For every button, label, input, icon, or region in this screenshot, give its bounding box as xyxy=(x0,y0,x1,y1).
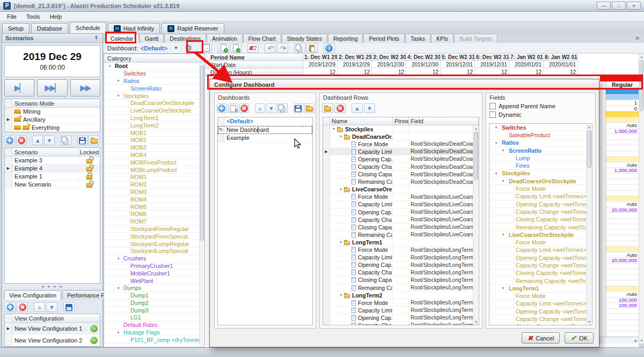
field-cell[interactable]: Root/Stockpiles/LongTerm1/Rem... xyxy=(409,285,479,291)
fields-tree-item[interactable]: Force Mode xyxy=(489,239,592,246)
regular-cell[interactable]: 100,000 xyxy=(606,298,639,303)
regular-cell[interactable]: 1 xyxy=(606,100,639,106)
fields-tree-item[interactable]: Capacity Change <wetTonnes> xyxy=(489,208,592,215)
category-tree-item[interactable]: MOB4 xyxy=(104,152,204,159)
category-tree-item[interactable]: ROM1 xyxy=(104,174,204,181)
category-tree-item[interactable]: ROM4 xyxy=(104,196,204,203)
regular-cell[interactable] xyxy=(606,241,639,247)
dashboard-row-item[interactable]: Closing Capa... Root/Stockpiles/LongTerm… xyxy=(323,277,479,284)
pinned-cell[interactable] xyxy=(393,224,409,230)
pinned-cell[interactable] xyxy=(393,284,409,291)
fields-tree-item[interactable]: Capacity Limit <wetTonnes> xyxy=(489,300,592,308)
copy-scenario-icon[interactable] xyxy=(61,136,71,145)
fields-tree-item[interactable]: Closing Capacity <wetTonnes> xyxy=(489,270,592,277)
maximize-button[interactable]: □ xyxy=(612,2,626,10)
fields-tree-item[interactable]: Capacity Limit <wetTonnes> xyxy=(489,247,592,254)
duration-cell[interactable]: 12 xyxy=(406,69,441,76)
dashboard-row[interactable]: Example xyxy=(218,134,312,143)
dashboard-row-item[interactable]: Remaining Ca... Root/Stockpiles/DeadCoar… xyxy=(323,178,479,186)
view-config-row[interactable]: New View Configuration 2 xyxy=(5,334,100,346)
fields-tree-item[interactable]: Force Mode xyxy=(489,185,592,192)
delete-view-icon[interactable] xyxy=(17,302,28,312)
pinned-cell[interactable] xyxy=(393,247,409,254)
view-config-column-header[interactable]: View Configuration xyxy=(12,315,64,322)
category-tree-item[interactable]: ROM5 xyxy=(104,203,204,211)
regular-cell[interactable]: Auto xyxy=(606,162,639,168)
category-tree-item[interactable]: MOB3 xyxy=(104,144,204,152)
category-tree-item[interactable]: ▾ Crushers xyxy=(104,255,204,263)
scenario-row[interactable]: Example 3 xyxy=(5,157,100,165)
dashboard-row-item[interactable]: Capacity Limit... Root/Stockpiles/LongTe… xyxy=(323,307,479,314)
delete-dashboard-icon[interactable] xyxy=(239,103,250,113)
dashboard-row-item[interactable]: Capacity Cha... Root/Stockpiles/DeadCoar… xyxy=(323,163,479,170)
start-date-cell[interactable]: 2019/12/30 xyxy=(372,61,406,68)
regular-cell[interactable]: 20,000,000 xyxy=(606,207,639,213)
pinned-cell[interactable] xyxy=(393,178,409,185)
main-tab[interactable]: R Rapid Reserver xyxy=(162,23,224,33)
dashboard-row-item[interactable]: Capacity Limit... Root/Stockpiles/LiveCo… xyxy=(323,201,479,209)
grid-horizontal-scrollbar[interactable]: ▶ xyxy=(599,337,639,344)
dashboard-row-item[interactable]: Opening Cap... Root/Stockpiles/DeadCoars… xyxy=(323,155,479,163)
dashboard-row-item[interactable]: ▾ DeadCoarseOr... xyxy=(323,133,479,140)
pinned-cell[interactable] xyxy=(393,133,409,140)
category-tree-item[interactable]: MOBFinesProduct xyxy=(104,159,204,166)
copy-dashboard-icon[interactable] xyxy=(277,103,288,113)
minimize-button[interactable]: — xyxy=(597,2,611,10)
eraser-icon[interactable] xyxy=(247,43,259,53)
category-tree-item[interactable]: LiveCoarseOreStockpile xyxy=(104,107,204,115)
dashboard-row-item[interactable]: Force Mode Root/Stockpiles/LongTerm2/For… xyxy=(323,299,479,307)
dashboard-select[interactable]: <Default> xyxy=(141,45,167,51)
move-up-icon[interactable] xyxy=(32,136,43,145)
info-dropdown-icon[interactable] xyxy=(324,43,335,53)
category-tree-item[interactable]: StockyardFinesRegular xyxy=(104,226,204,233)
fields-tree-item[interactable]: Capacity Change <wetTonnes> xyxy=(489,315,592,323)
save-grid-icon[interactable] xyxy=(63,302,75,312)
checkbox[interactable] xyxy=(489,103,496,109)
regular-cell[interactable] xyxy=(606,185,639,191)
duration-cell[interactable]: 12 xyxy=(338,69,372,76)
regular-cell[interactable] xyxy=(606,151,639,157)
schedule-tab[interactable]: Period Plots xyxy=(363,34,405,43)
dashboard-row-item[interactable]: Remaining Ca... Root/Stockpiles/LiveCoar… xyxy=(323,231,479,239)
regular-cell[interactable] xyxy=(606,95,639,101)
dashboard-row-item[interactable]: ▾ LiveCoarseOre... xyxy=(323,186,479,194)
main-tab[interactable]: Setup xyxy=(2,23,30,33)
category-tree-item[interactable]: StockyardFinesSpecial xyxy=(104,233,204,240)
duration-cell[interactable]: 12 xyxy=(441,69,475,76)
add-dashboard-icon[interactable] xyxy=(217,103,227,113)
locked-column-header[interactable]: Locked xyxy=(78,148,100,156)
regular-cell[interactable] xyxy=(606,111,639,117)
ok-button[interactable]: OK xyxy=(565,332,594,344)
fields-tree-item[interactable]: Opening Capacity <wetTonnes> xyxy=(489,200,592,208)
step-forward-button[interactable]: ▶▏ xyxy=(4,79,34,96)
schedule-tab[interactable]: Destinations xyxy=(164,34,206,43)
fields-tree-item[interactable]: ▾ Stockpiles xyxy=(489,170,592,177)
pinned-cell[interactable] xyxy=(393,254,409,261)
dashboard-row-item[interactable]: Closing Capa... Root/Stockpiles/LiveCoar… xyxy=(323,224,479,231)
pinned-cell[interactable] xyxy=(393,140,409,147)
duration-cell[interactable]: 12 xyxy=(509,69,544,76)
schedule-tab[interactable]: Flow Chart xyxy=(243,34,281,43)
undo-icon[interactable] xyxy=(265,43,276,53)
regular-cell[interactable] xyxy=(606,179,639,185)
start-date-cell[interactable]: 2020/01/01 xyxy=(509,61,544,68)
pinned-cell[interactable] xyxy=(393,277,409,284)
expander-icon[interactable]: ▾ xyxy=(493,171,500,176)
fields-tree-item[interactable]: Remaining Capacity <wetTonnes> xyxy=(489,277,592,285)
regular-cell[interactable] xyxy=(606,145,639,151)
regular-cell[interactable] xyxy=(606,230,639,236)
regular-cell[interactable] xyxy=(606,325,639,331)
period-column-header[interactable]: 5: Dec W2 31 T... xyxy=(441,54,475,61)
pinned-cell[interactable] xyxy=(393,171,409,178)
move-up-icon[interactable] xyxy=(352,103,363,113)
category-tree-item[interactable]: ROM6 xyxy=(104,211,204,218)
field-cell[interactable]: Root/Stockpiles/LiveCoarseOreS... xyxy=(409,232,479,237)
field-cell[interactable]: Root/Stockpiles/LiveCoarseOreS... xyxy=(409,202,479,207)
category-tree-item[interactable]: StockyardLumpSpecial xyxy=(104,248,204,255)
schedule-tab[interactable]: Reporting xyxy=(328,34,363,43)
open-scenario-icon[interactable] xyxy=(89,136,99,145)
field-cell[interactable]: Root/Stockpiles/LiveCoarseOreS... xyxy=(409,217,479,222)
start-date-cell[interactable]: 2019/12/31 xyxy=(441,61,475,68)
regular-column-header[interactable]: Regular xyxy=(606,81,639,89)
expander-icon[interactable]: ▾ xyxy=(331,127,336,131)
